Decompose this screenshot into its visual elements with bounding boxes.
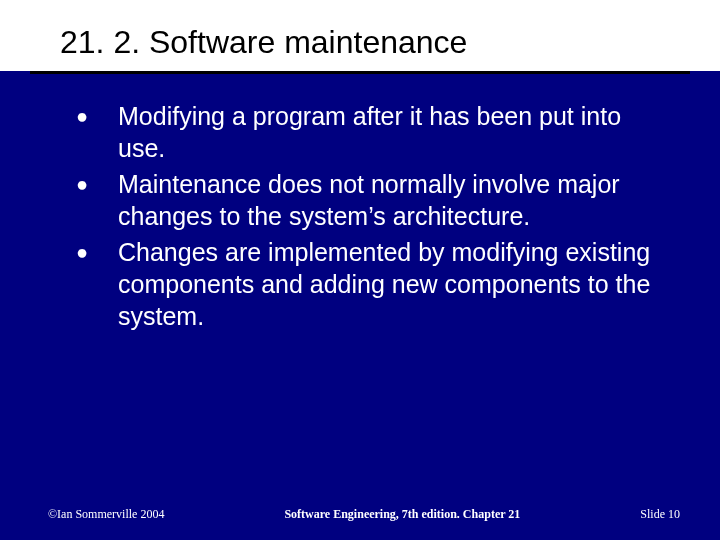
bullet-text: Maintenance does not normally involve ma… (118, 168, 672, 232)
footer-title: Software Engineering, 7th edition. Chapt… (284, 507, 520, 522)
bullet-text: Modifying a program after it has been pu… (118, 100, 672, 164)
bullet-text: Changes are implemented by modifying exi… (118, 236, 672, 332)
slide: 21. 2. Software maintenance ● Modifying … (0, 0, 720, 540)
slide-title: 21. 2. Software maintenance (0, 0, 720, 71)
bullet-icon: ● (70, 236, 118, 268)
slide-body: ● Modifying a program after it has been … (0, 74, 720, 332)
list-item: ● Maintenance does not normally involve … (70, 168, 672, 232)
list-item: ● Changes are implemented by modifying e… (70, 236, 672, 332)
footer-copyright: ©Ian Sommerville 2004 (48, 507, 164, 522)
list-item: ● Modifying a program after it has been … (70, 100, 672, 164)
footer-slide-number: Slide 10 (640, 507, 680, 522)
bullet-icon: ● (70, 168, 118, 200)
bullet-icon: ● (70, 100, 118, 132)
slide-footer: ©Ian Sommerville 2004 Software Engineeri… (0, 507, 720, 522)
